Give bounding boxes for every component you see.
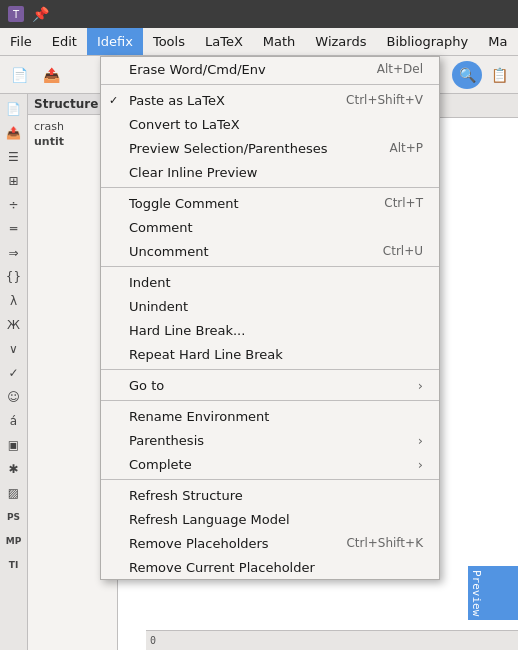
menu-bar: File Edit Idefix Tools LaTeX Math Wizard… [0,28,518,56]
sidebar-icon-12[interactable]: ☺ [2,386,26,408]
dropdown-item-20[interactable]: Complete› [101,452,439,476]
dropdown-item-label-19: Parenthesis [129,433,204,448]
dropdown-item-label-24: Remove Placeholders [129,536,269,551]
pin-icon: 📌 [32,6,49,22]
dropdown-item-8[interactable]: Comment [101,215,439,239]
separator-17 [101,400,439,401]
dropdown-shortcut-0: Alt+Del [377,62,423,76]
dropdown-item-14[interactable]: Repeat Hard Line Break [101,342,439,366]
dropdown-item-18[interactable]: Rename Environment [101,404,439,428]
sidebar-icon-ti[interactable]: TI [2,554,26,576]
menu-bibliography[interactable]: Bibliography [376,28,478,55]
dropdown-item-label-16: Go to [129,378,164,393]
dropdown-item-24[interactable]: Remove PlaceholdersCtrl+Shift+K [101,531,439,555]
menu-idefix[interactable]: Idefix [87,28,143,55]
submenu-arrow-icon: › [418,378,423,393]
sidebar-icon-5[interactable]: ═ [2,218,26,240]
dropdown-item-11[interactable]: Indent [101,270,439,294]
sidebar-icon-8[interactable]: λ [2,290,26,312]
dropdown-item-label-8: Comment [129,220,193,235]
dropdown-item-label-3: Convert to LaTeX [129,117,240,132]
check-mark-icon: ✓ [109,94,118,107]
dropdown-item-label-7: Toggle Comment [129,196,239,211]
dropdown-shortcut-9: Ctrl+U [383,244,423,258]
sidebar-icon-2[interactable]: ☰ [2,146,26,168]
separator-21 [101,479,439,480]
dropdown-item-label-4: Preview Selection/Parentheses [129,141,327,156]
menu-math[interactable]: Math [253,28,306,55]
dropdown-item-label-5: Clear Inline Preview [129,165,257,180]
menu-wizards[interactable]: Wizards [305,28,376,55]
dropdown-item-label-14: Repeat Hard Line Break [129,347,283,362]
toolbar-search[interactable]: 🔍 [452,61,482,89]
dropdown-item-2[interactable]: ✓Paste as LaTeXCtrl+Shift+V [101,88,439,112]
dropdown-shortcut-2: Ctrl+Shift+V [346,93,423,107]
separator-6 [101,187,439,188]
dropdown-item-label-12: Unindent [129,299,188,314]
status-text: 0 [150,635,156,646]
toolbar-new[interactable]: 📄 [4,61,34,89]
dropdown-item-label-23: Refresh Language Model [129,512,290,527]
dropdown-item-25[interactable]: Remove Current Placeholder [101,555,439,579]
dropdown-item-22[interactable]: Refresh Structure [101,483,439,507]
submenu-arrow-icon: › [418,433,423,448]
dropdown-item-label-0: Erase Word/Cmd/Env [129,62,266,77]
separator-15 [101,369,439,370]
menu-tools[interactable]: Tools [143,28,195,55]
sidebar-icon-9[interactable]: Ж [2,314,26,336]
toolbar-doc[interactable]: 📋 [484,61,514,89]
sidebar-icon-14[interactable]: ▣ [2,434,26,456]
sidebar-icon-6[interactable]: ⇒ [2,242,26,264]
dropdown-item-label-11: Indent [129,275,171,290]
sidebar-icon-1[interactable]: 📤 [2,122,26,144]
submenu-arrow-icon: › [418,457,423,472]
dropdown-item-13[interactable]: Hard Line Break... [101,318,439,342]
sidebar-icon-ps[interactable]: PS [2,506,26,528]
sidebar-icon-mp[interactable]: MP [2,530,26,552]
dropdown-item-12[interactable]: Unindent [101,294,439,318]
dropdown-item-16[interactable]: Go to› [101,373,439,397]
toolbar-upload[interactable]: 📤 [36,61,66,89]
menu-latex[interactable]: LaTeX [195,28,253,55]
dropdown-item-label-22: Refresh Structure [129,488,243,503]
sidebar-icon-10[interactable]: ∨ [2,338,26,360]
menu-ma[interactable]: Ma [478,28,517,55]
sidebar-icon-7[interactable]: {} [2,266,26,288]
menu-file[interactable]: File [0,28,42,55]
app-icon: T [8,6,24,22]
icon-sidebar: 📄 📤 ☰ ⊞ ÷ ═ ⇒ {} λ Ж ∨ ✓ ☺ á ▣ ✱ ▨ PS MP… [0,94,28,650]
menu-edit[interactable]: Edit [42,28,87,55]
dropdown-item-label-20: Complete [129,457,192,472]
status-bar: 0 [146,630,518,650]
dropdown-item-label-25: Remove Current Placeholder [129,560,315,575]
sidebar-icon-4[interactable]: ÷ [2,194,26,216]
dropdown-shortcut-24: Ctrl+Shift+K [346,536,423,550]
dropdown-menu[interactable]: Erase Word/Cmd/EnvAlt+Del✓Paste as LaTeX… [100,56,440,580]
sidebar-icon-16[interactable]: ▨ [2,482,26,504]
preview-label: Preview [468,566,485,620]
dropdown-item-3[interactable]: Convert to LaTeX [101,112,439,136]
dropdown-item-label-18: Rename Environment [129,409,269,424]
title-bar: T 📌 [0,0,518,28]
dropdown-shortcut-4: Alt+P [389,141,423,155]
dropdown-item-9[interactable]: UncommentCtrl+U [101,239,439,263]
dropdown-item-19[interactable]: Parenthesis› [101,428,439,452]
dropdown-item-0[interactable]: Erase Word/Cmd/EnvAlt+Del [101,57,439,81]
dropdown-item-23[interactable]: Refresh Language Model [101,507,439,531]
separator-1 [101,84,439,85]
dropdown-item-label-9: Uncomment [129,244,209,259]
dropdown-item-5[interactable]: Clear Inline Preview [101,160,439,184]
sidebar-icon-11[interactable]: ✓ [2,362,26,384]
separator-10 [101,266,439,267]
dropdown-shortcut-7: Ctrl+T [384,196,423,210]
dropdown-item-label-2: Paste as LaTeX [129,93,225,108]
sidebar-icon-13[interactable]: á [2,410,26,432]
preview-panel-indicator: Preview [468,566,518,620]
sidebar-icon-15[interactable]: ✱ [2,458,26,480]
dropdown-item-label-13: Hard Line Break... [129,323,245,338]
sidebar-icon-0[interactable]: 📄 [2,98,26,120]
dropdown-item-4[interactable]: Preview Selection/ParenthesesAlt+P [101,136,439,160]
sidebar-icon-3[interactable]: ⊞ [2,170,26,192]
dropdown-item-7[interactable]: Toggle CommentCtrl+T [101,191,439,215]
